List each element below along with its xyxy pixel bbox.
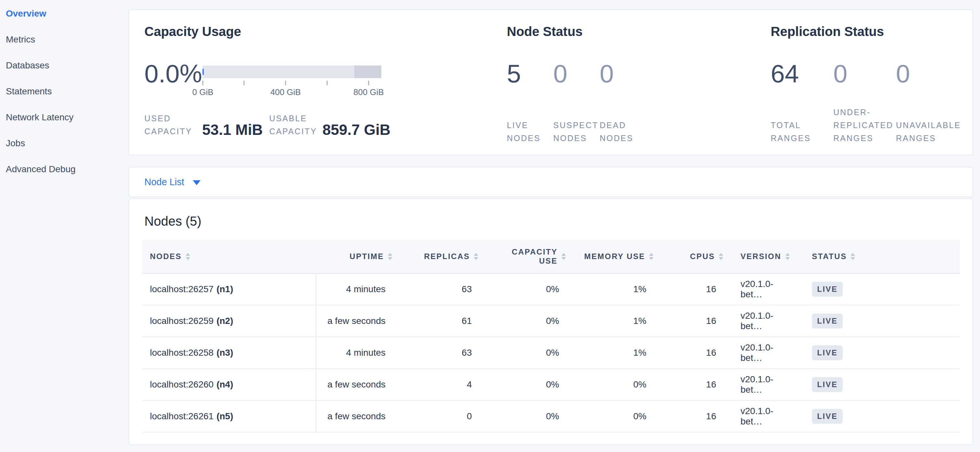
capacity-use-cell: 0% bbox=[481, 305, 568, 336]
sort-icon bbox=[785, 253, 790, 260]
uptime-cell: a few seconds bbox=[317, 369, 395, 400]
column-header-label: MEMORY USE bbox=[584, 252, 645, 261]
node-id: (n4) bbox=[216, 379, 233, 390]
stat-value: 64 bbox=[771, 61, 833, 87]
capacity-axis-labels: 0 GiB 400 GiB 800 GiB bbox=[202, 87, 381, 97]
table-row[interactable]: localhost:26257(n1)4 minutes630%1%16v20.… bbox=[142, 274, 959, 305]
node-address[interactable]: localhost:26261 bbox=[150, 411, 213, 422]
capacity-axis-ticks bbox=[202, 81, 381, 86]
node-id: (n1) bbox=[216, 284, 233, 294]
sort-icon bbox=[388, 253, 392, 260]
column-header-memory-use[interactable]: MEMORY USE bbox=[568, 240, 656, 273]
cpus-cell: 16 bbox=[656, 274, 726, 305]
axis-tick bbox=[244, 81, 244, 85]
node-address-cell: localhost:26259(n2) bbox=[142, 305, 317, 336]
node-list-dropdown[interactable]: Node List bbox=[145, 177, 200, 187]
column-header-label: UPTIME bbox=[350, 252, 384, 261]
replicas-cell: 4 bbox=[395, 369, 481, 400]
table-row[interactable]: localhost:26258(n3)4 minutes630%1%16v20.… bbox=[142, 337, 959, 369]
memory-use-cell: 0% bbox=[568, 401, 656, 432]
memory-use-cell: 1% bbox=[568, 337, 656, 368]
column-header-status[interactable]: STATUS bbox=[794, 240, 959, 273]
node-status-section: Node Status 5LIVE NODES0SUSPECT NODES0DE… bbox=[507, 10, 763, 155]
column-header-uptime[interactable]: UPTIME bbox=[317, 240, 395, 273]
axis-tick bbox=[285, 81, 286, 85]
column-header-label: CPUS bbox=[690, 252, 715, 261]
stat-label: LIVE NODES bbox=[507, 119, 553, 144]
node-address[interactable]: localhost:26260 bbox=[150, 379, 213, 390]
sort-icon bbox=[719, 253, 723, 260]
nodes-table-body: localhost:26257(n1)4 minutes630%1%16v20.… bbox=[142, 274, 959, 433]
cluster-overview-page: OverviewMetricsDatabasesStatementsNetwor… bbox=[0, 0, 980, 452]
nodes-table-header: NODESUPTIMEREPLICASCAPACITY USEMEMORY US… bbox=[142, 240, 959, 274]
column-header-capacity-use[interactable]: CAPACITY USE bbox=[481, 240, 568, 273]
nodes-table: NODESUPTIMEREPLICASCAPACITY USEMEMORY US… bbox=[142, 240, 959, 433]
table-row[interactable]: localhost:26261(n5)a few seconds00%0%16v… bbox=[142, 401, 959, 433]
sidebar: OverviewMetricsDatabasesStatementsNetwor… bbox=[0, 0, 129, 452]
node-status-title: Node Status bbox=[507, 24, 582, 39]
status-badge: LIVE bbox=[812, 282, 843, 297]
table-row[interactable]: localhost:26260(n4)a few seconds40%0%16v… bbox=[142, 369, 959, 401]
sidebar-item-advanced-debug[interactable]: Advanced Debug bbox=[6, 156, 129, 182]
node-address[interactable]: localhost:26257 bbox=[150, 284, 213, 294]
column-header-replicas[interactable]: REPLICAS bbox=[395, 240, 481, 273]
node-list-dropdown-label: Node List bbox=[145, 177, 184, 187]
replication-stat-under-replicated-ranges: 0UNDER-REPLICATED RANGES bbox=[833, 61, 896, 144]
sidebar-item-overview[interactable]: Overview bbox=[6, 1, 129, 27]
node-address-cell: localhost:26257(n1) bbox=[142, 274, 317, 305]
uptime-cell: 4 minutes bbox=[317, 274, 395, 305]
sidebar-item-statements[interactable]: Statements bbox=[6, 78, 129, 105]
sort-icon bbox=[851, 253, 855, 260]
status-cell: LIVE bbox=[794, 369, 959, 400]
stat-value: 0 bbox=[896, 61, 959, 87]
capacity-usage-section: Capacity Usage 0.0% 0 GiB 400 GiB bbox=[145, 10, 504, 155]
sort-icon bbox=[562, 253, 566, 260]
column-header-cpus[interactable]: CPUS bbox=[656, 240, 726, 273]
stat-label: DEAD NODES bbox=[600, 119, 646, 144]
sidebar-nav-list: OverviewMetricsDatabasesStatementsNetwor… bbox=[6, 1, 129, 182]
status-cell: LIVE bbox=[794, 274, 959, 305]
capacity-use-cell: 0% bbox=[481, 401, 568, 432]
stat-value: 0 bbox=[600, 61, 646, 87]
view-selector-card: Node List bbox=[129, 167, 973, 197]
capacity-use-cell: 0% bbox=[481, 337, 568, 368]
status-badge: LIVE bbox=[812, 314, 843, 328]
status-badge: LIVE bbox=[812, 377, 843, 392]
axis-label: 400 GiB bbox=[263, 87, 308, 97]
sidebar-item-databases[interactable]: Databases bbox=[6, 52, 129, 78]
sidebar-item-jobs[interactable]: Jobs bbox=[6, 130, 129, 156]
node-status-stat-dead-nodes: 0DEAD NODES bbox=[600, 61, 646, 144]
cpus-cell: 16 bbox=[656, 337, 726, 368]
capacity-usage-title: Capacity Usage bbox=[145, 24, 241, 39]
node-address[interactable]: localhost:26259 bbox=[150, 316, 213, 326]
sidebar-item-metrics[interactable]: Metrics bbox=[6, 27, 129, 52]
node-address-cell: localhost:26260(n4) bbox=[142, 369, 317, 400]
replication-status-section: Replication Status 64TOTAL RANGES0UNDER-… bbox=[771, 10, 969, 155]
used-capacity-label: USED CAPACITY bbox=[145, 112, 194, 138]
column-header-version[interactable]: VERSION bbox=[726, 240, 794, 273]
version-cell: v20.1.0-bet… bbox=[726, 305, 794, 336]
node-address-cell: localhost:26258(n3) bbox=[142, 337, 317, 368]
axis-tick bbox=[327, 81, 328, 85]
sort-icon bbox=[474, 253, 478, 260]
version-cell: v20.1.0-bet… bbox=[726, 401, 794, 432]
sort-icon bbox=[649, 253, 654, 260]
replicas-cell: 0 bbox=[395, 401, 481, 432]
status-badge: LIVE bbox=[812, 409, 843, 424]
replication-stat-total-ranges: 64TOTAL RANGES bbox=[771, 61, 833, 144]
column-header-label: STATUS bbox=[812, 252, 846, 261]
column-header-nodes[interactable]: NODES bbox=[142, 240, 317, 273]
stat-label: SUSPECT NODES bbox=[553, 119, 600, 144]
axis-label: 0 GiB bbox=[180, 87, 226, 97]
node-status-stats: 5LIVE NODES0SUSPECT NODES0DEAD NODES bbox=[507, 61, 646, 144]
table-row[interactable]: localhost:26259(n2)a few seconds610%1%16… bbox=[142, 305, 959, 337]
capacity-use-cell: 0% bbox=[481, 369, 568, 400]
node-address[interactable]: localhost:26258 bbox=[150, 347, 213, 358]
nodes-table-title: Nodes (5) bbox=[145, 214, 202, 228]
stat-value: 5 bbox=[507, 61, 553, 87]
capacity-usage-percent: 0.0% bbox=[145, 61, 202, 87]
replication-status-title: Replication Status bbox=[771, 24, 884, 39]
replicas-cell: 63 bbox=[395, 337, 481, 368]
capacity-bar-used-segment bbox=[202, 69, 204, 75]
sidebar-item-network-latency[interactable]: Network Latency bbox=[6, 105, 129, 130]
